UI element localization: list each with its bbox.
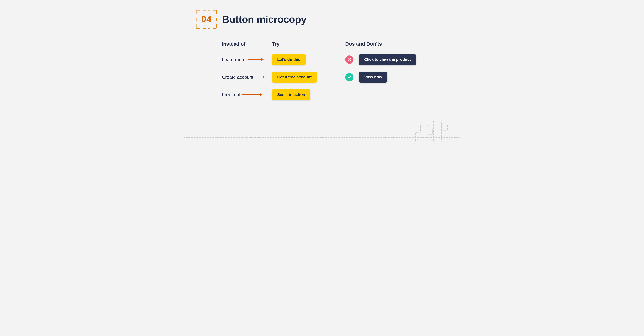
arrow-icon — [248, 58, 264, 61]
try-button: See it in action — [272, 89, 310, 100]
do-row: View now — [345, 72, 442, 83]
instead-text: Create account — [222, 74, 253, 80]
slide-header: 04 Button microcopy — [196, 10, 306, 29]
instead-wrap: Learn more — [222, 57, 272, 62]
instead-text: Learn more — [222, 57, 246, 62]
header-instead-of: Instead of — [222, 41, 272, 47]
dont-row: Click to view the product — [345, 54, 442, 65]
instead-wrap: Create account — [222, 74, 272, 80]
content-area: Instead of Try Learn more Let's do this … — [222, 41, 449, 107]
try-button: Get a free account — [272, 72, 317, 83]
right-column: Dos and Don'ts Click to view the product… — [345, 41, 442, 107]
x-badge-icon — [345, 56, 354, 64]
slide-title: Button microcopy — [222, 14, 306, 25]
cactus-decoration-icon — [410, 118, 453, 142]
dont-button: Click to view the product — [359, 54, 416, 65]
do-button: View now — [359, 72, 388, 83]
example-row: Create account Get a free account — [222, 72, 336, 83]
arrow-icon — [255, 76, 266, 78]
left-column-header: Instead of Try — [222, 41, 336, 47]
slide: 04 Button microcopy Instead of Try Learn… — [184, 0, 460, 144]
example-row: Free trial See it in action — [222, 89, 336, 100]
header-dos-donts: Dos and Don'ts — [345, 41, 442, 47]
instead-text: Free trial — [222, 92, 240, 98]
instead-wrap: Free trial — [222, 92, 272, 98]
header-try: Try — [272, 41, 280, 47]
try-button: Let's do this — [272, 54, 306, 65]
slide-number-frame: 04 — [196, 10, 217, 29]
check-badge-icon — [345, 73, 354, 81]
example-row: Learn more Let's do this — [222, 54, 336, 65]
slide-number: 04 — [201, 14, 212, 24]
left-column: Instead of Try Learn more Let's do this … — [222, 41, 336, 107]
arrow-icon — [242, 94, 264, 96]
